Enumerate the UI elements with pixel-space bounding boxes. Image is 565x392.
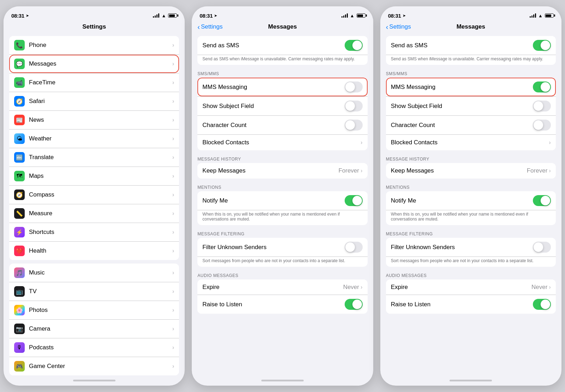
home-indicator-2	[261, 380, 304, 381]
home-indicator-3	[450, 380, 492, 381]
settings-title: Settings	[82, 23, 106, 30]
gamecenter-chevron: ›	[172, 363, 174, 370]
expire-row-2[interactable]: Expire Never ›	[197, 279, 367, 295]
health-row[interactable]: ❤️ Health ›	[9, 242, 179, 260]
facetime-row[interactable]: 📹 FaceTime ›	[9, 73, 179, 92]
notify-me-row-3[interactable]: Notify Me	[386, 191, 556, 210]
filter-unknown-toggle-2[interactable]	[345, 242, 363, 253]
mms-messaging-row-3[interactable]: MMS Messaging	[386, 78, 556, 97]
photos-icon: 🌸	[14, 305, 25, 315]
translate-label: Translate	[29, 154, 172, 161]
compass-row[interactable]: 🧭 Compass ›	[9, 186, 179, 204]
char-count-row-2[interactable]: Character Count	[197, 116, 367, 135]
news-label: News	[29, 116, 172, 123]
blocked-contacts-row-3[interactable]: Blocked Contacts ›	[386, 135, 556, 150]
filter-unknown-toggle-3[interactable]	[533, 242, 551, 253]
blocked-contacts-label-3: Blocked Contacts	[391, 139, 549, 146]
maps-row[interactable]: 🗺 Maps ›	[9, 167, 179, 186]
messages-nav-title-3: Messages	[457, 23, 485, 30]
messages-content-2: Send as SMS Send as SMS when iMessage is…	[192, 33, 373, 377]
shortcuts-row[interactable]: ⚡ Shortcuts ›	[9, 223, 179, 242]
phone-3: 08:31 ➤ ▲ ‹ Settings Messages Send as	[380, 6, 561, 386]
music-row[interactable]: 🎵 Music ›	[9, 264, 179, 282]
audio-messages-label-2: AUDIO MESSAGES	[192, 270, 373, 279]
send-sms-row-3[interactable]: Send as SMS	[386, 36, 556, 55]
send-sms-toggle-3[interactable]	[533, 40, 551, 51]
measure-row[interactable]: 📏 Measure ›	[9, 204, 179, 223]
shortcuts-icon: ⚡	[14, 227, 25, 237]
audio-messages-card-2: Expire Never › Raise to Listen	[197, 279, 367, 314]
tv-label: TV	[29, 288, 172, 295]
expire-value-2: Never	[343, 284, 359, 291]
news-row[interactable]: 📰 News ›	[9, 111, 179, 129]
blocked-contacts-row-2[interactable]: Blocked Contacts ›	[197, 135, 367, 150]
raise-listen-row-2[interactable]: Raise to Listen	[197, 295, 367, 314]
send-sms-label-3: Send as SMS	[391, 42, 533, 49]
send-sms-label-2: Send as SMS	[202, 42, 344, 49]
send-sms-card-2: Send as SMS Send as SMS when iMessage is…	[197, 36, 367, 65]
weather-row[interactable]: 🌤 Weather ›	[9, 129, 179, 148]
mms-toggle-3[interactable]	[533, 82, 551, 92]
notify-me-row-2[interactable]: Notify Me	[197, 191, 367, 210]
show-subject-toggle-3[interactable]	[533, 101, 551, 111]
compass-label: Compass	[29, 191, 172, 198]
mms-toggle-2[interactable]	[345, 82, 363, 92]
camera-row[interactable]: 📷 Camera ›	[9, 320, 179, 338]
podcasts-chevron: ›	[172, 344, 174, 351]
podcasts-label: Podcasts	[29, 344, 172, 351]
char-count-toggle-3[interactable]	[533, 120, 551, 131]
char-count-row-3[interactable]: Character Count	[386, 116, 556, 135]
gamecenter-icon: 🎮	[14, 361, 25, 372]
keep-messages-chevron-2: ›	[361, 167, 363, 174]
raise-listen-row-3[interactable]: Raise to Listen	[386, 295, 556, 314]
notify-me-toggle-2[interactable]	[345, 195, 363, 206]
status-icons-1: ▲	[153, 13, 177, 18]
photos-row[interactable]: 🌸 Photos ›	[9, 301, 179, 320]
keep-messages-row-3[interactable]: Keep Messages Forever ›	[386, 163, 556, 179]
notify-me-toggle-3[interactable]	[533, 195, 551, 206]
status-icons-2: ▲	[341, 13, 365, 18]
messages-chevron: ›	[172, 60, 174, 67]
translate-row[interactable]: 🔤 Translate ›	[9, 148, 179, 167]
show-subject-label-3: Show Subject Field	[391, 103, 533, 110]
safari-row[interactable]: 🧭 Safari ›	[9, 92, 179, 111]
raise-listen-toggle-2[interactable]	[345, 299, 363, 310]
nav-back-3[interactable]: ‹ Settings	[386, 23, 411, 30]
mentions-label-2: MENTIONS	[192, 182, 373, 191]
gamecenter-row[interactable]: 🎮 Game Center ›	[9, 357, 179, 375]
facetime-icon: 📹	[14, 77, 25, 88]
notify-me-label-2: Notify Me	[202, 197, 344, 204]
nav-back-2[interactable]: ‹ Settings	[197, 23, 222, 30]
filter-unknown-row-2[interactable]: Filter Unknown Senders	[197, 238, 367, 257]
keep-messages-value-2: Forever	[338, 167, 359, 174]
music-icon: 🎵	[14, 267, 25, 278]
mentions-subtext-2: When this is on, you will be notified wh…	[197, 210, 367, 225]
show-subject-row-3[interactable]: Show Subject Field	[386, 97, 556, 116]
battery-icon-1	[168, 13, 177, 18]
show-subject-row-2[interactable]: Show Subject Field	[197, 97, 367, 116]
status-icons-3: ▲	[530, 13, 554, 18]
measure-label: Measure	[29, 210, 172, 217]
phone-icon: 📞	[14, 40, 25, 50]
podcasts-row[interactable]: 🎙 Podcasts ›	[9, 338, 179, 357]
facetime-label: FaceTime	[29, 79, 172, 86]
audio-messages-label-3: AUDIO MESSAGES	[380, 270, 561, 279]
filter-unknown-row-3[interactable]: Filter Unknown Senders	[386, 238, 556, 257]
phone-row[interactable]: 📞 Phone ›	[9, 36, 179, 55]
shortcuts-chevron: ›	[172, 229, 174, 236]
tv-row[interactable]: 📺 TV ›	[9, 282, 179, 301]
send-sms-row-2[interactable]: Send as SMS	[197, 36, 367, 55]
signal-bars-3	[530, 13, 536, 18]
expire-row-3[interactable]: Expire Never ›	[386, 279, 556, 295]
show-subject-toggle-2[interactable]	[345, 101, 363, 111]
messages-row[interactable]: 💬 Messages ›	[9, 55, 179, 73]
send-sms-toggle-2[interactable]	[345, 40, 363, 51]
char-count-toggle-2[interactable]	[345, 120, 363, 131]
signal-bars-2	[341, 13, 348, 18]
location-icon-3: ➤	[403, 13, 406, 18]
keep-messages-row-2[interactable]: Keep Messages Forever ›	[197, 163, 367, 179]
safari-icon: 🧭	[14, 96, 25, 107]
mms-messaging-row-2[interactable]: MMS Messaging	[197, 78, 367, 97]
weather-label: Weather	[29, 135, 172, 142]
raise-listen-toggle-3[interactable]	[533, 299, 551, 310]
